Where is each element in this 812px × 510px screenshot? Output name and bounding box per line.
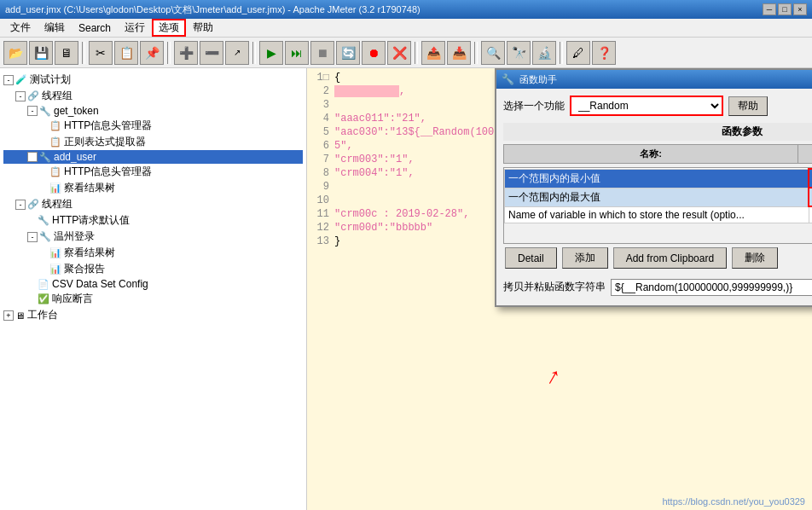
params-section-title: 函数参数 [503,123,812,141]
dialog-title-icon: 🔧 [502,73,514,85]
tree-item-1[interactable]: - 🔗 线程组 [3,88,303,104]
menu-run[interactable]: 运行 [118,19,152,37]
expand-btn-2[interactable]: - [27,106,38,116]
param-name-1: 一个范围内的最大值 [505,188,809,206]
tree-item-14[interactable]: ✅ 响应断言 [3,291,303,307]
expand-btn-0[interactable]: - [3,75,14,85]
param-row-2[interactable]: Name of variable in which to store the r… [505,206,813,223]
tree-label-8: 线程组 [42,197,72,212]
param-value-1[interactable] [809,188,812,206]
title-bar-buttons[interactable]: ─ □ × [763,3,807,15]
menu-edit[interactable]: 编辑 [38,19,72,37]
menu-bar: 文件 编辑 Search 运行 选项 帮助 [0,19,812,38]
toolbar-edit[interactable]: 🖊 [566,41,590,65]
tree-label-15: 工作台 [27,308,58,322]
toolbar-shutdown[interactable]: 🔄 [336,41,360,65]
tree-icon-14: ✅ [38,293,49,304]
params-table-scroll[interactable]: 一个范围内的最小值 一个范围内的最大值 [503,167,812,244]
tree-item-0[interactable]: - 🧪 测试计划 [3,72,303,88]
toolbar-start-no-pause[interactable]: ⏭ [285,41,309,65]
param-value-2[interactable] [809,206,812,223]
tree-label-14: 响应断言 [52,292,93,306]
param-value-0[interactable] [809,169,812,188]
toolbar-binoculars[interactable]: 🔭 [507,41,531,65]
tree-item-13[interactable]: 📄 CSV Data Set Config [3,277,303,291]
tree-item-9[interactable]: 🔧 HTTP请求默认值 [3,212,303,229]
toolbar-save[interactable]: 💾 [29,41,53,65]
tree-item-15[interactable]: + 🖥 工作台 [3,307,303,323]
toolbar-start[interactable]: ▶ [259,41,283,65]
expand-btn-8[interactable]: - [15,200,26,210]
toolbar-search[interactable]: 🔍 [481,41,505,65]
toolbar-sep4 [415,42,418,64]
toolbar-microscope[interactable]: 🔬 [532,41,556,65]
tree-icon-5: 🔧 [39,152,51,163]
tree-label-0: 测试计划 [30,72,71,87]
tree-icon-1: 🔗 [27,90,39,101]
toolbar-stop[interactable]: ⏹ [310,41,334,65]
detail-button[interactable]: Detail [505,247,557,269]
toolbar-download[interactable]: 📥 [447,41,471,65]
toolbar-clear[interactable]: ❌ [387,41,411,65]
add-clipboard-button[interactable]: Add from Clipboard [613,247,727,269]
tree-icon-9: 🔧 [38,215,49,226]
add-button[interactable]: 添加 [562,247,608,269]
tree-label-5: add_user [54,151,96,163]
menu-help[interactable]: 帮助 [186,19,220,37]
minimize-button[interactable]: ─ [763,3,776,15]
function-select[interactable]: __Random [570,96,723,116]
toolbar-open[interactable]: 📂 [3,41,27,65]
toolbar-record[interactable]: ⏺ [362,41,386,65]
dialog-title-text: 函数助手 [519,73,812,86]
expand-btn-1[interactable]: - [15,91,26,101]
title-bar: add_user.jmx (C:\Users\glodon\Desktop\文档… [0,0,812,19]
toolbar-paste[interactable]: 📌 [140,41,164,65]
toolbar-expand[interactable]: ↗ [225,41,249,65]
expand-btn-10[interactable]: - [27,232,38,242]
tree-panel: - 🧪 测试计划 - 🔗 线程组 - 🔧 get_token 📋 HTTP信息头… [0,68,307,510]
toolbar-monitor[interactable]: 🖥 [55,41,78,65]
tree-item-4[interactable]: 📋 正则表达式提取器 [3,134,303,150]
tree-label-7: 察看结果树 [64,181,115,195]
param-row-1[interactable]: 一个范围内的最大值 [505,188,813,206]
tree-item-11[interactable]: 📊 察看结果树 [3,245,303,261]
delete-button[interactable]: 删除 [732,247,778,269]
tree-label-6: HTTP信息头管理器 [64,165,152,179]
expand-btn-5[interactable]: - [27,152,38,162]
tree-item-7[interactable]: 📊 察看结果树 [3,180,303,196]
tree-item-2[interactable]: - 🔧 get_token [3,104,303,118]
param-row-0[interactable]: 一个范围内的最小值 [505,169,813,188]
close-window-button[interactable]: × [793,3,807,15]
toolbar-sep1 [82,42,85,64]
tree-icon-3: 📋 [49,120,61,131]
toolbar-upload[interactable]: 📤 [421,41,445,65]
menu-search[interactable]: Search [72,20,118,36]
tree-icon-12: 📊 [49,264,61,275]
dialog-body: 选择一个功能 __Random 帮助 函数参数 [496,89,812,305]
tree-item-6[interactable]: 📋 HTTP信息头管理器 [3,164,303,180]
help-button[interactable]: 帮助 [728,96,768,116]
params-col-name: 名称: [504,145,798,164]
menu-options[interactable]: 选项 [152,19,186,37]
tree-item-12[interactable]: 📊 聚合报告 [3,261,303,277]
tree-item-8[interactable]: - 🔗 线程组 [3,196,303,212]
toolbar-copy[interactable]: 📋 [114,41,138,65]
tree-icon-6: 📋 [49,166,61,177]
tree-item-5[interactable]: - 🔧 add_user [3,150,303,164]
menu-file[interactable]: 文件 [3,19,38,37]
tree-item-10[interactable]: - 🔧 温州登录 [3,229,303,245]
function-select-wrapper: __Random 帮助 [570,96,812,116]
toolbar-add[interactable]: ➕ [174,41,198,65]
expand-btn-15[interactable]: + [3,310,14,321]
toolbar-help[interactable]: ❓ [592,41,616,65]
tree-icon-11: 📊 [49,247,61,258]
toolbar-cut[interactable]: ✂ [89,41,113,65]
maximize-button[interactable]: □ [778,3,792,15]
generate-input[interactable] [611,279,812,296]
toolbar-remove[interactable]: ➖ [200,41,223,65]
toolbar: 📂 💾 🖥 ✂ 📋 📌 ➕ ➖ ↗ ▶ ⏭ ⏹ 🔄 ⏺ ❌ 📤 📥 🔍 🔭 🔬 … [0,38,812,68]
tree-item-3[interactable]: 📋 HTTP信息头管理器 [3,118,303,134]
toolbar-sep5 [474,42,478,64]
tree-label-11: 察看结果树 [64,246,115,260]
toolbar-sep3 [252,42,256,64]
